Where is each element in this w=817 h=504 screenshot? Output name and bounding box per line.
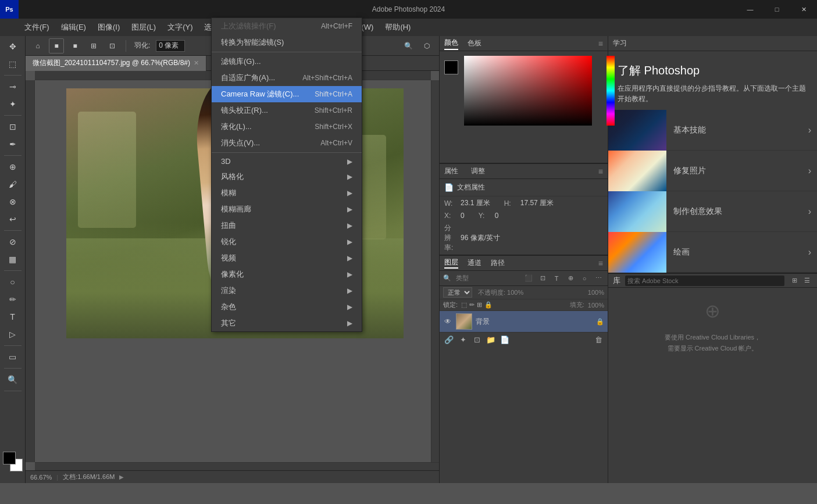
filter-convert-smart[interactable]: 转换为智能滤镜(S) [212,34,362,51]
vertical-scrollbar[interactable] [431,80,439,462]
status-chevron[interactable]: ▶ [119,474,124,480]
active-tab[interactable]: 微信截图_20241011104757.jpg @ 66.7%(RGB/8#) … [26,56,206,71]
tab-layers[interactable]: 图层 [444,258,458,269]
filter-blur[interactable]: 模糊 ▶ [212,185,362,201]
lock-pixels-btn[interactable]: ⬚ [461,301,467,309]
fill-value[interactable]: 100% [588,302,604,309]
add-vector-mask-btn[interactable]: ○ [579,273,590,284]
home-btn[interactable]: ⌂ [30,38,45,53]
tool-move[interactable]: ✥ [3,38,23,55]
learn-item-repair[interactable]: 修复照片 › [608,151,817,191]
add-mask-btn[interactable]: ⊡ [537,273,548,284]
tool-brush[interactable]: 🖌 [3,176,23,192]
filter-vanishing[interactable]: 消失点(V)... Alt+Ctrl+V [212,135,362,151]
foreground-color-swatch[interactable] [3,452,16,464]
tab-swatches[interactable]: 色板 [468,37,481,49]
tool-stamp[interactable]: ⊗ [3,194,23,210]
learn-item-painting[interactable]: 绘画 › [608,232,817,273]
new-layer-btn[interactable]: 📄 [499,334,511,346]
add-style-btn[interactable]: T [551,273,562,284]
blend-mode-select[interactable]: 正常 [443,287,472,298]
filter-pixelate[interactable]: 像素化 ▶ [212,266,362,283]
tool-gradient[interactable]: ▦ [3,251,23,267]
feather-input[interactable] [156,40,185,52]
tool-eraser[interactable]: ⊘ [3,234,23,250]
tab-close-btn[interactable]: ✕ [194,59,199,67]
filter-lens-correct[interactable]: 镜头校正(R)... Shift+Ctrl+R [212,102,362,119]
link-layers-btn[interactable]: 🔗 [443,334,455,346]
lock-position-btn[interactable]: ✏ [469,301,474,309]
properties-options[interactable]: ≡ [598,167,603,176]
filter-render[interactable]: 渲染 ▶ [212,283,362,299]
delete-layer-btn[interactable]: 🗑 [593,334,604,346]
menu-image[interactable]: 图像(I) [92,20,126,35]
tool-shape[interactable]: ▭ [3,349,23,365]
filter-distort[interactable]: 扭曲 ▶ [212,217,362,234]
library-search-input[interactable] [625,276,784,286]
tool-lasso[interactable]: ⊸ [3,78,23,95]
layer-options-btn[interactable]: ⋯ [593,273,604,284]
filter-video[interactable]: 视频 ▶ [212,250,362,266]
tool-history-brush[interactable]: ↩ [3,211,23,227]
learn-item-creative[interactable]: 制作创意效果 › [608,191,817,232]
lock-all-btn[interactable]: 🔒 [484,301,493,309]
tab-color[interactable]: 颜色 [444,37,458,50]
share-btn[interactable]: ⬡ [419,38,434,53]
filter-noise[interactable]: 杂色 ▶ [212,299,362,315]
lock-artboards-btn[interactable]: ⊞ [477,301,482,309]
add-mask-bottom-btn[interactable]: ⊡ [471,334,483,346]
menu-edit[interactable]: 编辑(E) [55,20,92,35]
add-style-bottom-btn[interactable]: ✦ [457,334,469,346]
filter-liquify[interactable]: 液化(L)... Shift+Ctrl+X [212,119,362,135]
menu-text[interactable]: 文字(Y) [162,20,198,35]
foreground-swatch[interactable] [444,60,458,74]
tool-path-select[interactable]: ▷ [3,326,23,342]
layers-options[interactable]: ≡ [598,259,603,268]
tool-dodge[interactable]: ○ [3,274,23,290]
tool-marquee[interactable]: ⬚ [3,56,23,72]
tool-text[interactable]: T [3,309,23,325]
close-button[interactable]: ✕ [790,0,817,19]
library-grid-view[interactable]: ⊞ [789,276,800,286]
learn-item-basic[interactable]: 基本技能 › [608,110,817,151]
marquee-toggle4[interactable]: ⊡ [105,38,120,53]
tool-crop[interactable]: ⊡ [3,119,23,135]
tool-magic-wand[interactable]: ✦ [3,96,23,112]
color-gradient-area[interactable] [464,56,603,126]
tool-zoom[interactable]: 🔍 [3,371,23,388]
filter-camera-raw[interactable]: Camera Raw 滤镜(C)... Shift+Ctrl+A [212,86,362,102]
filter-gallery[interactable]: 滤镜库(G)... [212,53,362,70]
color-panel-options[interactable]: ≡ [598,39,603,48]
tab-channels[interactable]: 通道 [468,258,481,268]
color-swatches[interactable] [3,452,23,471]
layer-visibility-icon[interactable]: 👁 [443,317,452,326]
maximize-button[interactable]: □ [764,0,790,19]
minimize-button[interactable]: — [737,0,764,19]
tool-pen[interactable]: ✏ [3,291,23,308]
marquee-toggle[interactable]: ■ [49,38,64,53]
layer-item-background[interactable]: 👁 背景 🔒 [440,311,608,332]
menu-help[interactable]: 帮助(H) [379,20,416,35]
add-effect-btn[interactable]: ⊕ [565,273,576,284]
tool-healing[interactable]: ⊕ [3,159,23,175]
filter-adaptive-wide[interactable]: 自适应广角(A)... Alt+Shift+Ctrl+A [212,70,362,86]
tab-paths[interactable]: 路径 [491,258,505,268]
adjustments-tab[interactable]: 调整 [471,166,485,176]
filter-other[interactable]: 其它 ▶ [212,315,362,331]
marquee-toggle3[interactable]: ⊞ [86,38,101,53]
search-btn[interactable]: 🔍 [401,38,416,53]
marquee-toggle2[interactable]: ■ [67,38,83,53]
new-group-btn[interactable]: 📁 [485,334,497,346]
opacity-value[interactable]: 100% [588,289,604,296]
hue-bar[interactable] [606,56,615,126]
horizontal-scrollbar[interactable] [35,462,439,470]
menu-file[interactable]: 文件(F) [19,20,55,35]
tool-eyedropper[interactable]: ✒ [3,136,23,152]
new-fill-layer-btn[interactable]: ⬛ [523,273,534,284]
filter-blur-gallery[interactable]: 模糊画廊 ▶ [212,201,362,217]
library-list-view[interactable]: ☰ [802,276,812,286]
menu-layer[interactable]: 图层(L) [126,20,162,35]
filter-sharpen[interactable]: 锐化 ▶ [212,234,362,250]
filter-stylize[interactable]: 风格化 ▶ [212,169,362,185]
filter-3d[interactable]: 3D ▶ [212,154,362,169]
